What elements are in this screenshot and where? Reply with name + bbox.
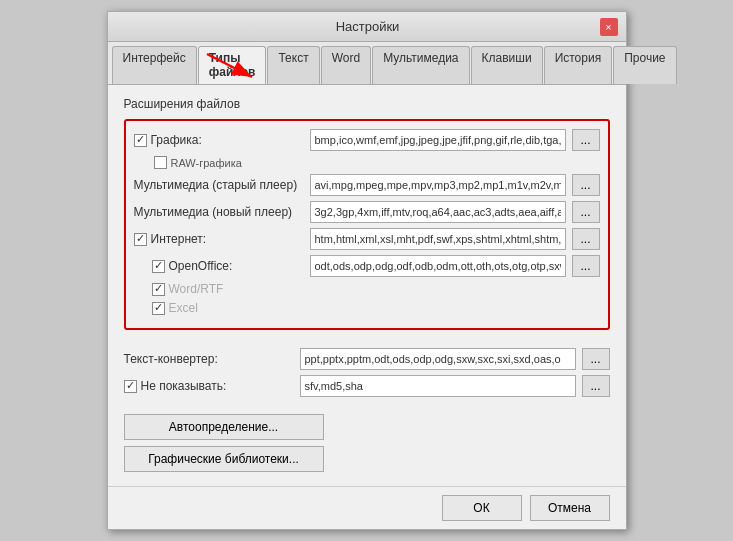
internet-input[interactable] xyxy=(310,228,566,250)
table-row: RAW-графика xyxy=(134,156,600,169)
excel-checkbox[interactable] xyxy=(152,302,165,315)
graphic-libs-button[interactable]: Графические библиотеки... xyxy=(124,446,324,472)
graphics-label: Графика: xyxy=(134,133,304,147)
not-show-label: Не показывать: xyxy=(124,379,294,393)
not-show-browse-button[interactable]: ... xyxy=(582,375,610,397)
openoffice-label: OpenOffice: xyxy=(134,259,304,273)
openoffice-browse-button[interactable]: ... xyxy=(572,255,600,277)
openoffice-input[interactable] xyxy=(310,255,566,277)
section-title: Расширения файлов xyxy=(124,97,610,111)
content-area: Расширения файлов Графика: ... RAW- xyxy=(108,85,626,414)
raw-label: RAW-графика xyxy=(134,156,304,169)
tab-interface[interactable]: Интерфейс xyxy=(112,46,197,84)
graphics-browse-button[interactable]: ... xyxy=(572,129,600,151)
bottom-buttons-area: Автоопределение... Графические библиотек… xyxy=(108,414,626,486)
multimedia-new-input[interactable] xyxy=(310,201,566,223)
tab-text[interactable]: Текст xyxy=(267,46,319,84)
text-converter-input[interactable] xyxy=(300,348,576,370)
multimedia-new-browse-button[interactable]: ... xyxy=(572,201,600,223)
not-show-input[interactable] xyxy=(300,375,576,397)
internet-browse-button[interactable]: ... xyxy=(572,228,600,250)
multimedia-old-browse-button[interactable]: ... xyxy=(572,174,600,196)
file-extensions-box: Графика: ... RAW-графика Мультимедиа (ст… xyxy=(124,119,610,330)
tab-history[interactable]: История xyxy=(544,46,613,84)
wordrtf-label: Word/RTF xyxy=(134,282,304,296)
tab-other[interactable]: Прочие xyxy=(613,46,676,84)
excel-label: Excel xyxy=(134,301,304,315)
table-row: OpenOffice: ... xyxy=(134,255,600,277)
graphics-checkbox[interactable] xyxy=(134,134,147,147)
tab-bar: Интерфейс Типы файлов Текст Word Мультим… xyxy=(108,42,626,85)
tab-filetypes[interactable]: Типы файлов xyxy=(198,46,267,84)
table-row: Excel xyxy=(134,301,600,315)
multimedia-old-input[interactable] xyxy=(310,174,566,196)
internet-checkbox[interactable] xyxy=(134,233,147,246)
table-row: Интернет: ... xyxy=(134,228,600,250)
internet-label: Интернет: xyxy=(134,232,304,246)
multimedia-new-label: Мультимедиа (новый плеер) xyxy=(134,205,304,219)
table-row: Мультимедиа (старый плеер) ... xyxy=(134,174,600,196)
raw-checkbox[interactable] xyxy=(154,156,167,169)
table-row: Мультимедиа (новый плеер) ... xyxy=(134,201,600,223)
text-converter-label: Текст-конвертер: xyxy=(124,352,294,366)
settings-dialog: Настройки × Интерфейс Типы файлов Текст … xyxy=(107,11,627,530)
ok-button[interactable]: ОК xyxy=(442,495,522,521)
table-row: Word/RTF xyxy=(134,282,600,296)
multimedia-old-label: Мультимедиа (старый плеер) xyxy=(134,178,304,192)
dialog-title: Настройки xyxy=(136,19,600,34)
cancel-button[interactable]: Отмена xyxy=(530,495,610,521)
tab-keys[interactable]: Клавиши xyxy=(471,46,543,84)
not-show-row: Не показывать: ... xyxy=(124,375,610,397)
autodetect-button[interactable]: Автоопределение... xyxy=(124,414,324,440)
text-converter-row: Текст-конвертер: ... xyxy=(124,348,610,370)
wordrtf-checkbox[interactable] xyxy=(152,283,165,296)
tab-multimedia[interactable]: Мультимедиа xyxy=(372,46,469,84)
tab-word[interactable]: Word xyxy=(321,46,371,84)
title-bar: Настройки × xyxy=(108,12,626,42)
graphics-input[interactable] xyxy=(310,129,566,151)
table-row: Графика: ... xyxy=(134,129,600,151)
openoffice-checkbox[interactable] xyxy=(152,260,165,273)
footer: ОК Отмена xyxy=(108,486,626,529)
close-button[interactable]: × xyxy=(600,18,618,36)
not-show-checkbox[interactable] xyxy=(124,380,137,393)
text-converter-browse-button[interactable]: ... xyxy=(582,348,610,370)
